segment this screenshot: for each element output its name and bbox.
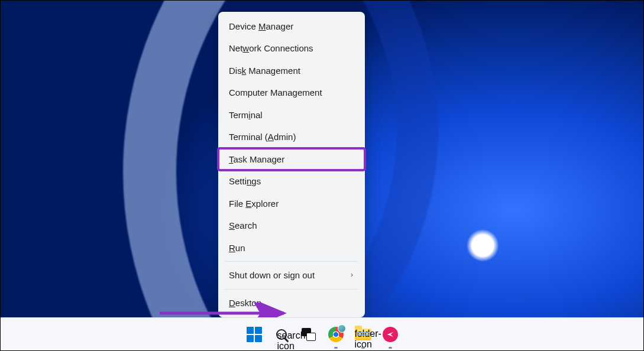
- menu-item-label: Shut down or sign out: [229, 269, 315, 281]
- menu-item-run[interactable]: Run: [218, 237, 365, 259]
- menu-item-label: Computer Management: [229, 87, 322, 99]
- chevron-right-icon: ›: [351, 271, 353, 280]
- chrome-icon: [328, 327, 344, 342]
- menu-item-desktop[interactable]: Desktop: [218, 292, 365, 314]
- menu-item-settings[interactable]: Settings: [218, 170, 365, 193]
- menu-item-label: Terminal: [229, 109, 263, 121]
- pink-app-icon: [383, 327, 398, 342]
- start-icon: [247, 327, 262, 342]
- chrome-button[interactable]: [328, 326, 344, 343]
- folder-icon: folder-icon: [355, 329, 371, 340]
- menu-separator: [225, 261, 358, 262]
- app-button[interactable]: [382, 326, 399, 343]
- file-explorer-button[interactable]: folder-icon: [355, 326, 371, 343]
- taskbar: search-iconfolder-icon: [1, 317, 643, 350]
- menu-item-task-manager[interactable]: Task Manager: [218, 148, 365, 171]
- menu-item-computer-management[interactable]: Computer Management: [218, 82, 365, 104]
- menu-item-label: Disk Management: [229, 65, 300, 77]
- menu-item-label: Network Connections: [229, 43, 313, 54]
- menu-item-search[interactable]: Search: [218, 214, 365, 237]
- search-button[interactable]: search-icon: [273, 326, 290, 343]
- menu-item-label: File Explorer: [229, 198, 279, 210]
- menu-item-network-connections[interactable]: Network Connections: [218, 37, 365, 60]
- menu-item-label: Device Manager: [229, 21, 293, 32]
- start-button[interactable]: [246, 326, 263, 343]
- search-icon: search-icon: [276, 329, 287, 340]
- menu-item-label: Task Manager: [229, 154, 284, 165]
- menu-item-terminal-admin[interactable]: Terminal (Admin): [218, 126, 365, 148]
- menu-item-terminal[interactable]: Terminal: [218, 104, 365, 126]
- menu-item-shut-down-or-sign-out[interactable]: Shut down or sign out›: [218, 264, 365, 287]
- winx-context-menu: Device ManagerNetwork ConnectionsDisk Ma…: [218, 12, 365, 318]
- task-view-icon: [302, 328, 316, 341]
- menu-item-label: Terminal (Admin): [229, 131, 296, 143]
- menu-item-disk-management[interactable]: Disk Management: [218, 60, 365, 82]
- menu-item-label: Search: [229, 220, 257, 232]
- menu-item-label: Settings: [229, 176, 261, 187]
- task-view-button[interactable]: [300, 326, 317, 343]
- menu-item-label: Run: [229, 242, 245, 254]
- menu-item-file-explorer[interactable]: File Explorer: [218, 193, 365, 215]
- menu-item-device-manager[interactable]: Device Manager: [218, 15, 365, 38]
- menu-item-label: Desktop: [229, 297, 261, 309]
- menu-separator: [225, 289, 358, 290]
